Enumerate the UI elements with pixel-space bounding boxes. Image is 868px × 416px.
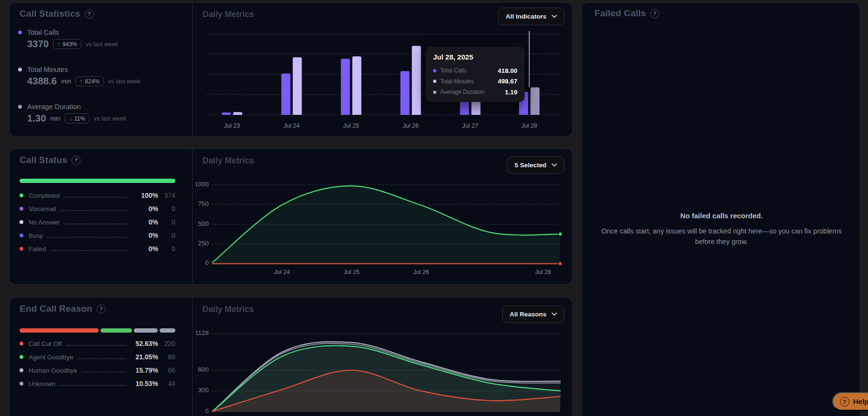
panel-call-statistics: Call Statistics ? Total Calls3370↑943%vs… <box>9 2 573 137</box>
panel-divider <box>192 3 192 136</box>
help-tooltip-icon[interactable]: ? <box>97 304 106 314</box>
panel-end-call-reason: End Call Reason ? Call Cut Off52.63%220A… <box>9 297 573 416</box>
end-call-reason-title: End Call Reason ? <box>20 304 106 314</box>
row-count: 0 <box>158 205 175 213</box>
list-item-no-answer: No Answer0%0 <box>20 215 175 229</box>
row-label: Unknown <box>29 380 55 387</box>
svg-text:Jul 28: Jul 28 <box>521 122 537 129</box>
stat-total-calls: Total Calls3370↑943%vs last week <box>18 29 182 50</box>
status-dropdown-label: 5 Selected <box>515 162 546 169</box>
stat-label: Average Duration <box>27 103 81 111</box>
list-item-human-goodbye: Human Goodbye15.79%66 <box>20 364 175 377</box>
reasons-dropdown-label: All Reasons <box>510 311 546 318</box>
chevron-down-icon <box>552 313 557 316</box>
svg-text:Jul 24: Jul 24 <box>274 269 290 275</box>
question-circle-icon: ? <box>840 397 849 406</box>
list-item-completed: Completed100%374 <box>20 189 175 202</box>
arrow-up-icon: ↑ <box>57 41 60 48</box>
analytics-dashboard: Call Statistics ? Total Calls3370↑943%vs… <box>0 0 868 416</box>
help-button[interactable]: ? Help <box>832 392 868 411</box>
svg-text:Jul 23: Jul 23 <box>224 122 240 129</box>
tooltip-row: Total Calls 418.00 <box>433 65 517 76</box>
tooltip-row: Total Minutes 498.67 <box>433 76 517 87</box>
indicators-dropdown-label: All Indicators <box>505 13 546 20</box>
call-statistics-title: Call Statistics ? <box>20 9 94 19</box>
row-count: 374 <box>158 192 175 199</box>
indicators-dropdown[interactable]: All Indicators <box>498 8 565 25</box>
stat-value: 1.30 <box>27 113 46 124</box>
trend-badge: ↑824% <box>75 76 104 86</box>
dotted-leader <box>81 372 126 373</box>
bar-segment <box>20 179 175 183</box>
row-count: 0 <box>158 245 175 253</box>
svg-text:Jul 25: Jul 25 <box>343 122 359 129</box>
tooltip-value: 498.67 <box>498 78 517 85</box>
row-count: 0 <box>158 232 175 239</box>
daily-metrics-title-3: Daily Metrics <box>202 304 254 315</box>
chevron-down-icon <box>552 15 557 18</box>
help-button-label: Help <box>853 397 868 406</box>
stat-compare: vs last week <box>108 78 141 85</box>
stat-header: Total Minutes <box>18 66 182 73</box>
help-tooltip-icon[interactable]: ? <box>85 10 94 19</box>
svg-text:Jul 26: Jul 26 <box>413 269 429 275</box>
y-axis-tick: 0 <box>196 259 209 266</box>
stat-label: Total Minutes <box>27 66 68 73</box>
list-item-agent-goodbye: Agent Goodbye21.05%88 <box>20 350 175 364</box>
stat-unit: min <box>50 115 61 122</box>
tooltip-value: 1.19 <box>505 89 517 96</box>
row-label: Call Cut Off <box>29 340 62 347</box>
help-tooltip-icon[interactable]: ? <box>71 156 81 165</box>
y-axis-tick: 250 <box>196 240 209 247</box>
failed-calls-empty-state: No failed calls recorded. Once calls sta… <box>594 212 849 247</box>
series-dot <box>20 368 23 372</box>
status-dropdown[interactable]: 5 Selected <box>507 156 565 174</box>
row-label: Busy <box>29 232 43 239</box>
y-axis-tick: 1128 <box>196 329 209 336</box>
stat-average-duration: Average Duration1.30min↓11%vs last week <box>18 103 182 124</box>
dotted-leader <box>64 197 126 198</box>
daily-metrics-title-2: Daily Metrics <box>202 156 254 166</box>
end-call-reason-distribution-bar <box>20 328 175 333</box>
panel-call-status: Call Status ? Completed100%374Voicemail0… <box>9 149 573 284</box>
stat-compare: vs last week <box>94 115 126 122</box>
empty-state-title: No failed calls recorded. <box>594 212 849 220</box>
stat-value: 4388.6 <box>27 76 57 87</box>
end-call-reason-rows: Call Cut Off52.63%220Agent Goodbye21.05%… <box>20 337 175 390</box>
row-count: 220 <box>158 340 175 347</box>
arrow-up-icon: ↑ <box>80 78 82 85</box>
series-dot <box>20 220 23 224</box>
series-dot <box>433 80 436 83</box>
chevron-down-icon <box>552 163 557 167</box>
series-dot <box>20 342 23 345</box>
tooltip-label: Average Duration <box>440 89 505 95</box>
series-dot <box>433 91 436 94</box>
dotted-leader <box>66 345 126 346</box>
row-percent: 0% <box>131 232 158 239</box>
row-label: No Answer <box>29 219 60 226</box>
call-status-rows: Completed100%374Voicemail0%0No Answer0%0… <box>20 189 175 255</box>
row-percent: 0% <box>131 218 158 226</box>
chart-tooltip: Jul 28, 2025 Total Calls 418.00 Total Mi… <box>426 47 525 102</box>
arrow-down-icon: ↓ <box>69 115 72 122</box>
series-dot <box>20 207 23 211</box>
panel-divider <box>192 298 192 416</box>
stat-unit: min <box>61 78 71 85</box>
help-tooltip-icon[interactable]: ? <box>650 9 659 18</box>
call-status-title: Call Status ? <box>20 155 81 165</box>
row-count: 66 <box>158 366 175 374</box>
reasons-dropdown[interactable]: All Reasons <box>502 305 565 323</box>
tooltip-label: Total Minutes <box>440 78 498 85</box>
failed-calls-title: Failed Calls ? <box>595 8 659 19</box>
row-label: Agent Goodbye <box>29 354 73 361</box>
tooltip-label: Total Calls <box>440 67 498 74</box>
call-status-distribution-bar <box>20 179 175 183</box>
row-label: Human Goodbye <box>29 367 77 374</box>
daily-metrics-title-1: Daily Metrics <box>202 10 254 20</box>
bar-segment <box>20 328 99 333</box>
row-label: Completed <box>29 192 60 199</box>
svg-text:Jul 25: Jul 25 <box>343 269 359 275</box>
panel-failed-calls: Failed Calls ? No failed calls recorded.… <box>582 2 860 416</box>
bar-segment <box>160 328 175 333</box>
list-item-call-cut-off: Call Cut Off52.63%220 <box>20 337 175 350</box>
